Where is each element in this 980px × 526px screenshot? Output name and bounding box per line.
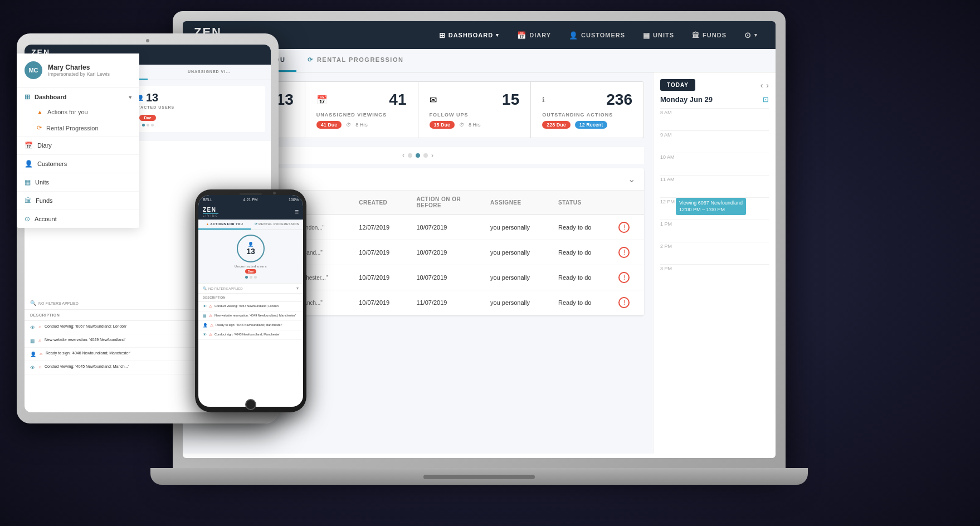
exclaim-icon-3: ⚠ xyxy=(40,352,42,355)
stat-label-followups: FOLLOW UPS xyxy=(430,112,520,118)
row-action-2: 10/07/2019 xyxy=(407,240,481,265)
phone-exclaim-2: ⚠ xyxy=(209,314,212,318)
nav-funds[interactable]: 🏛 FUNDS xyxy=(685,21,733,49)
info-icon: ℹ xyxy=(542,96,545,104)
phone-carrier: BELL xyxy=(203,198,212,202)
today-button[interactable]: TODAY xyxy=(660,79,695,91)
dropdown-nav-units[interactable]: ▦ Units xyxy=(25,173,139,191)
dropdown-nav-customers[interactable]: 👤 Customers xyxy=(25,154,139,173)
list-item: ▦ ⚠ New website reservation: '4049 Newfo… xyxy=(198,311,303,321)
badge-outstanding-due: 228 Due xyxy=(542,121,571,129)
calendar-icon: 📅 xyxy=(316,95,328,105)
row-status-4: Ready to do xyxy=(549,290,610,315)
list-item: 👁 ⚠ Conduct sign: '4043 Newfoundland; Ma… xyxy=(198,330,303,340)
calendar-event[interactable]: Viewing 6067 Newfoundland 12:00 PM – 1:0… xyxy=(676,198,746,215)
dropdown-section-header[interactable]: ⊞ Dashboard ▾ xyxy=(25,87,139,104)
dashboard-icon: ⊞ xyxy=(439,31,446,40)
external-link-icon[interactable]: ⊡ xyxy=(763,95,769,104)
exclaim-icon-2: ⚠ xyxy=(38,338,41,342)
phone-exclaim-4: ⚠ xyxy=(209,333,212,337)
phone-exclaim-3: ⚠ xyxy=(210,323,213,328)
row-assignee-2: you personally xyxy=(481,240,549,265)
time-slot-8am: 8 AM xyxy=(660,108,769,130)
dropdown-item-actions[interactable]: ▲ Actions for you xyxy=(25,104,139,120)
account-icon: ⊙ xyxy=(744,31,752,40)
row-assignee-4: you personally xyxy=(481,290,549,315)
laptop-base xyxy=(150,468,808,485)
row-created-2: 10/07/2019 xyxy=(350,240,407,265)
phone-eye-icon: 👁 xyxy=(203,304,207,308)
phone-logo-zen: ZEN xyxy=(203,207,218,214)
list-item: 👤 ⚠ Ready to sign: '4046 Newfoundland; M… xyxy=(198,321,303,330)
nav-diary[interactable]: 📅 DIARY xyxy=(510,21,558,49)
col-action-before: ACTION ON ORBEFORE xyxy=(407,191,481,215)
phone: BELL 4:21 PM 100% ZEN LIVING ≡ ▲ xyxy=(195,189,306,412)
tablet-dot-1 xyxy=(142,124,145,126)
badge-followups-due: 15 Due xyxy=(430,121,455,129)
nav-units[interactable]: ▦ UNITS xyxy=(636,21,681,49)
nav-customers[interactable]: 👤 CUSTOMERS xyxy=(562,21,632,49)
dropdown-user-info: Mary Charles Impersonated by Karl Lewis xyxy=(48,64,110,77)
stat-followups: ✉ 15 FOLLOW UPS 15 Due ⏱ 8 Hrs xyxy=(418,82,531,138)
badge-viewings-due: 41 Due xyxy=(316,121,342,129)
funds-icon: 🏛 xyxy=(692,31,700,40)
dropdown-nav-diary[interactable]: 📅 Diary xyxy=(25,136,139,154)
search-icon: 🔍 xyxy=(30,300,36,306)
chevron-down-icon: ▾ xyxy=(496,32,499,38)
phone-dots xyxy=(245,276,257,279)
calendar-next-btn[interactable]: › xyxy=(766,81,769,90)
phone-progression-icon: ⟳ xyxy=(255,222,258,226)
exclaim-icon-1: ⚠ xyxy=(38,325,41,329)
stat-unassigned-viewings: 📅 41 UNASSIGNED VIEWINGS 41 Due ⏱ 8 Hrs xyxy=(305,82,418,138)
row-assignee-3: you personally xyxy=(481,265,549,290)
tablet-dot-3 xyxy=(151,124,154,126)
phone-logo-living: LIVING xyxy=(203,214,218,217)
nav-dashboard[interactable]: ⊞ DASHBOARD ▾ xyxy=(432,21,506,49)
account-chevron-icon: ▾ xyxy=(754,32,758,38)
row-flag-4: ! xyxy=(610,290,644,315)
status-flag-2: ! xyxy=(618,247,630,258)
calendar-prev-btn[interactable]: ‹ xyxy=(760,81,763,90)
units-icon-dropdown: ▦ xyxy=(25,178,31,186)
phone-dot-2 xyxy=(250,276,252,279)
stat-number-outstanding: 236 xyxy=(606,91,632,109)
units-icon: ▦ xyxy=(643,31,650,40)
time-slot-3pm: 3 PM xyxy=(660,264,769,286)
phone-status-bar: BELL 4:21 PM 100% xyxy=(198,195,303,204)
phone-home-button[interactable] xyxy=(245,399,256,410)
event-time: 12:00 PM – 1:00 PM xyxy=(679,207,743,213)
phone-stat-number: 13 xyxy=(246,247,255,256)
grid-icon: ⊞ xyxy=(25,93,30,101)
row-created-4: 10/07/2019 xyxy=(350,290,407,315)
stat-number-followups: 15 xyxy=(502,91,519,109)
carousel-prev[interactable]: ‹ xyxy=(402,152,404,159)
col-assignee: ASSIGNEE xyxy=(481,191,549,215)
dropdown-nav-account[interactable]: ⊙ Account xyxy=(25,210,139,228)
stat-label-viewings: UNASSIGNED VIEWINGS xyxy=(316,112,407,118)
phone-tab-rental[interactable]: ⟳ RENTAL PROGRESSION xyxy=(251,220,303,230)
tab-rental-progression[interactable]: ⟳ RENTAL PROGRESSION xyxy=(296,49,415,72)
event-title: Viewing 6067 Newfoundland xyxy=(679,200,743,207)
dropdown-nav-funds[interactable]: 🏛 Funds xyxy=(25,191,139,210)
phone-table-header: DESCRIPTION xyxy=(198,294,303,302)
progression-icon: ⟳ xyxy=(308,56,314,64)
nav-account[interactable]: ⊙ ▾ xyxy=(738,21,764,49)
time-slot-10am: 10 AM xyxy=(660,153,769,175)
tablet-tab-viewings[interactable]: UNASSIGNED VI... xyxy=(148,65,271,80)
list-item: 👁 ⚠ Conduct viewing: '6067 Newfoundland;… xyxy=(198,302,303,311)
carousel-next[interactable]: › xyxy=(431,152,433,159)
dropdown-item-rental[interactable]: ⟳ Rental Progression xyxy=(25,120,139,136)
badge-outstanding-recent: 12 Recent xyxy=(575,121,608,129)
collapse-btn[interactable]: ⌄ xyxy=(628,174,635,184)
phone-tab-actions[interactable]: ▲ ACTIONS FOR YOU xyxy=(198,220,251,230)
row-action-4: 11/07/2019 xyxy=(407,290,481,315)
row-status-2: Ready to do xyxy=(549,240,610,265)
dot-1 xyxy=(408,153,412,158)
dropdown-user-section: MC Mary Charles Impersonated by Karl Lew… xyxy=(25,53,139,87)
stat-outstanding-actions: ℹ 236 OUTSTANDING ACTIONS 228 Due 12 Rec… xyxy=(531,82,643,138)
clock-icon-2: ⏱ xyxy=(346,122,351,128)
stat-footer-viewings: 41 Due ⏱ 8 Hrs xyxy=(316,121,407,129)
phone-menu-icon[interactable]: ≡ xyxy=(295,208,299,216)
phone-conduct-icon: 👁 xyxy=(203,333,207,337)
stat-label-outstanding: OUTSTANDING ACTIONS xyxy=(542,112,632,118)
